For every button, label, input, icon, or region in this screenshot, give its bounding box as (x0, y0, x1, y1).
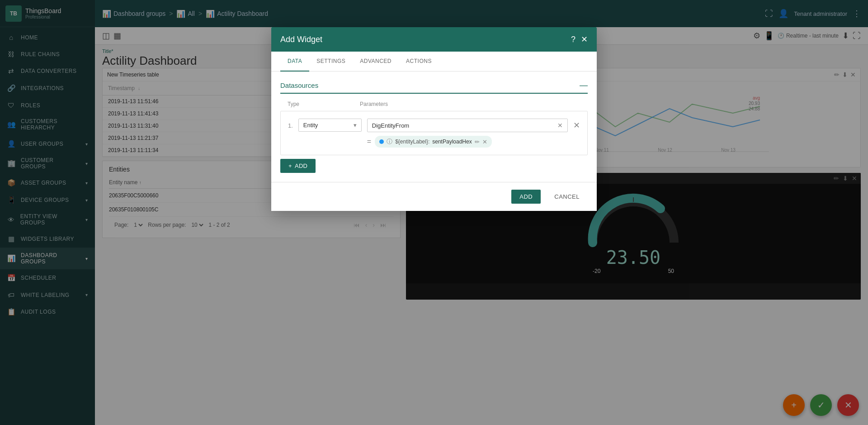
tag-edit-icon[interactable]: ✏ (475, 138, 480, 145)
modal-overlay: Add Widget ? ✕ DATA SETTINGS ADVANCED AC… (0, 0, 868, 425)
entity-clear-icon[interactable]: ✕ (557, 122, 563, 129)
modal-tabs: DATA SETTINGS ADVANCED ACTIONS (271, 52, 597, 72)
modal-body: Datasources — Type Parameters 1. Entity … (271, 72, 597, 182)
tag-info-icon[interactable]: ⓘ (387, 138, 392, 146)
tab-advanced[interactable]: ADVANCED (353, 52, 399, 72)
datasources-label: Datasources (280, 81, 318, 89)
add-widget-modal: Add Widget ? ✕ DATA SETTINGS ADVANCED AC… (271, 27, 597, 211)
modal-add-button[interactable]: ADD (511, 190, 541, 204)
tag-row: = ⓘ ${entityLabel}: sentPayloadHex ✏ ✕ (367, 136, 568, 148)
entity-type-label: Entity (303, 122, 318, 129)
entity-input[interactable]: DigEntityFrom ✕ (367, 119, 568, 132)
datasource-cols: Type Parameters (280, 101, 588, 107)
datasource-type-selector[interactable]: Entity ▾ (298, 119, 362, 132)
tag-close-icon[interactable]: ✕ (482, 138, 487, 145)
modal-title: Add Widget (280, 35, 322, 44)
modal-footer: ADD CANCEL (271, 182, 597, 211)
col-params-label: Parameters (360, 101, 580, 107)
datasource-num: 1. (288, 119, 293, 129)
dropdown-arrow-icon: ▾ (354, 122, 357, 129)
equals-icon[interactable]: = (367, 138, 371, 146)
entity-value: DigEntityFrom (372, 122, 409, 129)
tab-data[interactable]: DATA (280, 52, 309, 72)
datasource-row: 1. Entity ▾ DigEntityFrom ✕ = (280, 111, 588, 155)
tab-actions[interactable]: ACTIONS (399, 52, 439, 72)
datasources-collapse-icon[interactable]: — (580, 81, 588, 90)
modal-header: Add Widget ? ✕ (271, 27, 597, 52)
modal-header-right: ? ✕ (571, 34, 588, 44)
add-datasource-button[interactable]: + ADD (280, 159, 316, 173)
tab-settings[interactable]: SETTINGS (309, 52, 353, 72)
remove-datasource-icon[interactable]: ✕ (573, 119, 580, 130)
tag-label: ${entityLabel}: (395, 138, 429, 145)
tag-value: sentPayloadHex (432, 138, 472, 145)
tag-dot (379, 139, 384, 144)
col-type-label: Type (288, 101, 360, 107)
datasources-header: Datasources — (280, 81, 588, 94)
modal-close-icon[interactable]: ✕ (581, 34, 588, 44)
plus-icon: + (288, 162, 292, 169)
modal-cancel-button[interactable]: CANCEL (546, 190, 588, 204)
datasource-params: DigEntityFrom ✕ = ⓘ ${entityLabel}: sent… (367, 119, 568, 148)
help-icon[interactable]: ? (571, 35, 576, 44)
tag-item: ⓘ ${entityLabel}: sentPayloadHex ✏ ✕ (375, 136, 491, 148)
